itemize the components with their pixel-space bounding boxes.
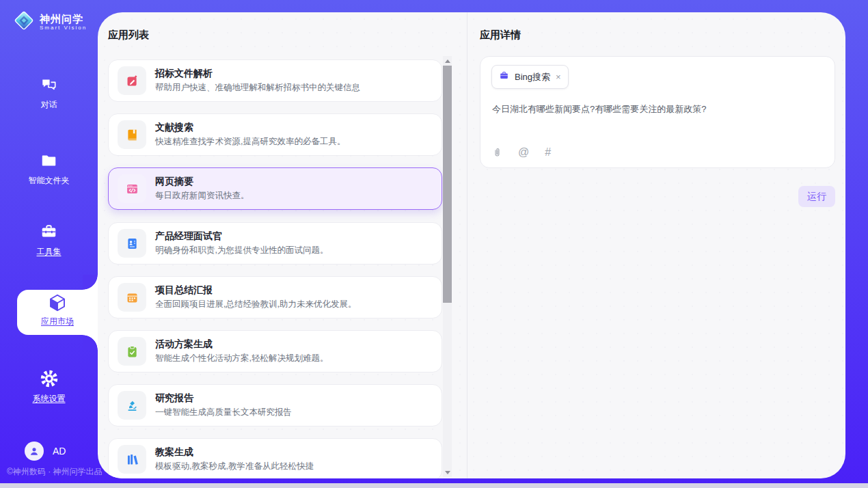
microscope-icon (118, 391, 146, 420)
app-card-7[interactable]: 研究报告一键智能生成高质量长文本研究报告 (108, 384, 442, 426)
sidebar-item-2[interactable]: 智能文件夹 (0, 151, 98, 187)
app-card-3[interactable]: 网页摘要每日政府新闻资讯快查。 (108, 167, 442, 210)
brand-logo: 神州问学 Smart Vision (12, 9, 87, 35)
clipboard-check-icon (118, 337, 146, 366)
sidebar-item-label: 智能文件夹 (0, 175, 98, 187)
book-icon (118, 120, 146, 149)
app-card-title: 网页摘要 (155, 176, 249, 188)
panel-divider (467, 12, 467, 478)
app-card-title: 招标文件解析 (155, 68, 360, 80)
scroll-up-arrow-icon[interactable] (443, 56, 452, 66)
app-card-6[interactable]: 活动方案生成智能生成个性化活动方案,轻松解决规划难题。 (108, 330, 442, 372)
app-list-title: 应用列表 (108, 29, 149, 42)
app-card-title: 活动方案生成 (155, 338, 328, 351)
folder-icon (0, 151, 98, 170)
attachment-toolbar: @ # (492, 147, 551, 158)
main-content: 应用列表 招标文件解析帮助用户快速、准确地理解和解析招标书中的关键信息文献搜索快… (98, 12, 845, 478)
app-card-description: 一键智能生成高质量长文本研究报告 (155, 407, 292, 418)
app-card-description: 模板驱动,教案秒成,教学准备从此轻松快捷 (155, 461, 314, 472)
toolbox-icon (0, 222, 98, 241)
app-card-title: 教案生成 (155, 446, 314, 459)
chat-icon (0, 75, 98, 94)
cube-icon (17, 290, 98, 313)
sidebar-item-label: 应用市场 (17, 316, 98, 327)
doc-edit-icon (118, 66, 146, 95)
app-card-description: 全面回顾项目进展,总结经验教训,助力未来优化发展。 (155, 299, 356, 310)
app-card-1[interactable]: 招标文件解析帮助用户快速、准确地理解和解析招标书中的关键信息 (108, 59, 442, 102)
calendar-icon (118, 283, 146, 312)
sidebar-item-label: 对话 (0, 99, 98, 111)
briefcase-icon (499, 70, 509, 83)
sidebar-item-3[interactable]: 工具集 (0, 222, 98, 258)
app-detail-title: 应用详情 (480, 29, 521, 42)
copyright-footer: ©神州数码 · 神州问学出品 (7, 466, 103, 478)
user-row[interactable]: AD (25, 442, 66, 461)
tool-tag-bing-search[interactable]: Bing搜索 × (491, 65, 569, 89)
close-icon[interactable]: × (556, 72, 561, 81)
app-card-8[interactable]: 教案生成模板驱动,教案秒成,教学准备从此轻松快捷 (108, 438, 442, 478)
app-card-5[interactable]: 项目总结汇报全面回顾项目进展,总结经验教训,助力未来优化发展。 (108, 276, 442, 318)
brand-subtitle: Smart Vision (40, 25, 87, 31)
hash-icon[interactable]: # (545, 147, 551, 158)
sidebar-item-label: 工具集 (0, 246, 98, 258)
app-card-description: 每日政府新闻资讯快查。 (155, 190, 249, 202)
brand-name: 神州问学 (40, 14, 87, 25)
sidebar-item-label: 系统设置 (0, 393, 98, 405)
app-card-title: 研究报告 (155, 392, 292, 405)
tool-tag-label: Bing搜索 (515, 71, 550, 83)
scroll-down-arrow-icon[interactable] (443, 467, 452, 477)
prompt-input[interactable]: 今日湖北有哪些新闻要点?有哪些需要关注的最新政策? (492, 103, 824, 116)
sidebar-item-5[interactable]: 系统设置 (0, 369, 98, 405)
scrollbar-thumb[interactable] (443, 66, 452, 303)
web-code-icon (118, 174, 146, 203)
sidebar-item-4[interactable]: 应用市场 (17, 290, 98, 335)
app-card-title: 项目总结汇报 (155, 284, 356, 297)
app-card-2[interactable]: 文献搜索快速精准查找学术资源,提高研究效率的必备工具。 (108, 113, 442, 156)
app-card-title: 产品经理面试官 (155, 230, 328, 243)
app-card-description: 智能生成个性化活动方案,轻松解决规划难题。 (155, 353, 328, 364)
user-initials: AD (53, 446, 66, 457)
window-bottom-edge (0, 483, 868, 488)
interview-icon (118, 229, 146, 258)
brand-diamond-icon (12, 9, 36, 35)
app-card-4[interactable]: 产品经理面试官明确身份和职责,为您提供专业性的面试问题。 (108, 222, 442, 265)
active-tab-notch-bottom (83, 335, 98, 350)
active-tab-notch-top (83, 275, 98, 290)
app-detail-card: Bing搜索 × 今日湖北有哪些新闻要点?有哪些需要关注的最新政策? @ # (480, 56, 835, 168)
paperclip-icon[interactable] (492, 147, 502, 158)
app-card-description: 快速精准查找学术资源,提高研究效率的必备工具。 (155, 136, 345, 148)
app-card-description: 帮助用户快速、准确地理解和解析招标书中的关键信息 (155, 82, 360, 94)
run-button[interactable]: 运行 (798, 186, 835, 207)
app-card-title: 文献搜索 (155, 122, 345, 134)
app-list-scrollbar[interactable] (443, 56, 452, 477)
books-icon (118, 445, 146, 474)
gear-icon (0, 369, 98, 388)
sidebar: 神州问学 Smart Vision 对话智能文件夹工具集应用市场系统设置 AD … (0, 0, 98, 483)
sidebar-item-1[interactable]: 对话 (0, 75, 98, 111)
at-icon[interactable]: @ (518, 147, 529, 158)
app-card-description: 明确身份和职责,为您提供专业性的面试问题。 (155, 245, 328, 256)
avatar[interactable] (25, 442, 44, 461)
